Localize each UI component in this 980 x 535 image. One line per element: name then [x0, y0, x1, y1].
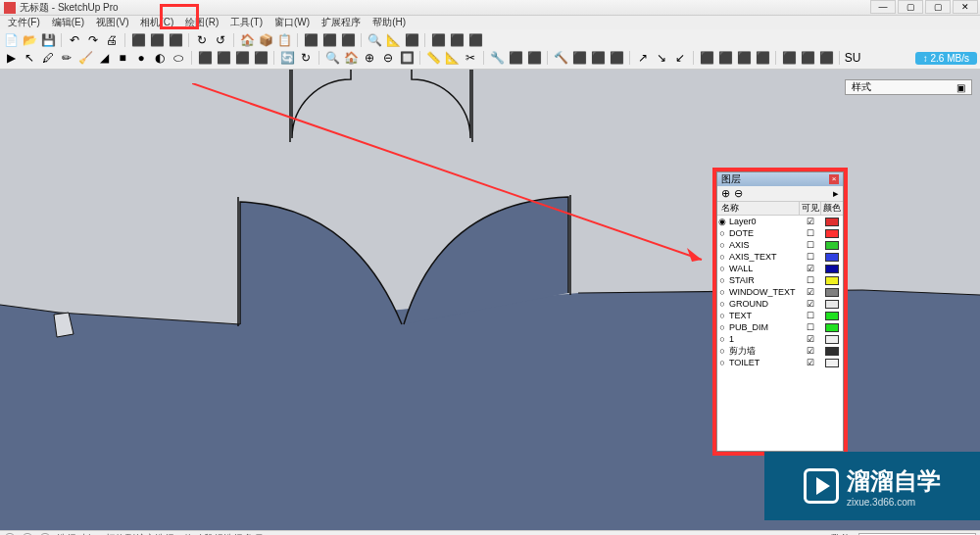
toolbar-button[interactable]: ⬛ — [340, 32, 356, 48]
close-button[interactable]: ✕ — [953, 0, 978, 14]
layer-radio[interactable]: ○ — [717, 334, 727, 344]
toolbar-button[interactable]: 🔄 — [279, 50, 295, 66]
toolbar-button[interactable]: ⊕ — [362, 50, 377, 66]
layer-color-swatch[interactable] — [825, 241, 839, 250]
toolbar-button[interactable]: 🔲 — [399, 50, 415, 66]
layer-row[interactable]: ○STAIR☐ — [717, 274, 843, 286]
layer-radio[interactable]: ○ — [717, 252, 727, 262]
toolbar-button[interactable]: ◐ — [152, 50, 168, 66]
toolbar-button[interactable]: ⬛ — [755, 50, 770, 66]
layer-radio[interactable]: ○ — [717, 240, 727, 250]
toolbar-button[interactable]: 🔍 — [324, 50, 340, 66]
toolbar-button[interactable]: ⬛ — [449, 32, 465, 48]
toolbar-button[interactable]: 📋 — [276, 32, 292, 48]
toolbar-button[interactable]: ⬛ — [590, 50, 606, 66]
toolbar-button[interactable]: ↻ — [298, 50, 314, 66]
toolbar-button[interactable]: 🏠 — [343, 50, 359, 66]
layer-row[interactable]: ○TEXT☐ — [717, 310, 843, 321]
layer-visible-checkbox[interactable]: ☑ — [800, 358, 821, 367]
layer-visible-checkbox[interactable]: ☐ — [800, 252, 821, 262]
layer-row[interactable]: ○TOILET☑ — [717, 357, 843, 368]
toolbar-button[interactable]: ⬛ — [130, 32, 146, 48]
toolbar-button[interactable]: ⬛ — [699, 50, 714, 66]
menu-edit[interactable]: 编辑(E) — [46, 16, 90, 29]
toolbar-button[interactable]: ↷ — [85, 32, 101, 48]
toolbar-button[interactable]: ↺ — [213, 32, 228, 48]
toolbar-button[interactable]: ⬛ — [818, 50, 834, 66]
layer-row[interactable]: ◉Layer0☑ — [717, 216, 843, 227]
layer-visible-checkbox[interactable]: ☑ — [800, 299, 821, 309]
toolbar-button[interactable]: 📏 — [425, 50, 441, 66]
toolbar-button[interactable]: 💾 — [40, 32, 56, 48]
layer-row[interactable]: ○DOTE☐ — [717, 227, 843, 239]
menu-extensions[interactable]: 扩展程序 — [316, 16, 367, 29]
col-visible[interactable]: 可见 — [800, 202, 821, 215]
layer-radio[interactable]: ○ — [717, 228, 727, 238]
layer-radio[interactable]: ◉ — [717, 217, 727, 226]
toolbar-button[interactable]: ⬛ — [526, 50, 542, 66]
layer-radio[interactable]: ○ — [717, 299, 727, 309]
toolbar-button[interactable]: 📂 — [22, 32, 37, 48]
maximize-button[interactable]: ▢ — [925, 0, 951, 14]
toolbar-button[interactable]: 📦 — [258, 32, 273, 48]
toolbar-button[interactable]: ⬭ — [171, 50, 186, 66]
layer-radio[interactable]: ○ — [717, 311, 727, 320]
toolbar-button[interactable]: ↻ — [194, 32, 210, 48]
speed-badge[interactable]: ↕ 2.6 MB/s — [915, 52, 977, 65]
toolbar-button[interactable]: ⬛ — [609, 50, 624, 66]
layer-color-swatch[interactable] — [825, 253, 839, 262]
toolbar-button[interactable]: ↙ — [672, 50, 688, 66]
toolbar-button[interactable]: ⬛ — [781, 50, 797, 66]
layer-visible-checkbox[interactable]: ☐ — [800, 275, 821, 285]
panel-close-button[interactable]: × — [829, 174, 839, 184]
layer-visible-checkbox[interactable]: ☑ — [800, 334, 821, 344]
toolbar-button[interactable]: 📄 — [3, 32, 19, 48]
menu-file[interactable]: 文件(F) — [2, 16, 46, 29]
layer-row[interactable]: ○剪力墙☑ — [717, 345, 843, 357]
toolbar-button[interactable]: ⬛ — [717, 50, 733, 66]
toolbar-button[interactable]: ⬛ — [234, 50, 250, 66]
toolbar-button[interactable]: ⊖ — [380, 50, 396, 66]
add-layer-icon[interactable]: ⊕ — [721, 187, 730, 200]
toolbar-button[interactable]: ✏ — [59, 50, 74, 66]
toolbar-button[interactable]: ⬛ — [736, 50, 752, 66]
toolbar-button[interactable]: ↶ — [67, 32, 82, 48]
toolbar-button[interactable]: ⬛ — [303, 32, 318, 48]
menu-window[interactable]: 窗口(W) — [269, 16, 316, 29]
toolbar-button[interactable]: ▶ — [3, 50, 19, 66]
toolbar-button[interactable]: ◢ — [96, 50, 112, 66]
toolbar-button[interactable]: ↗ — [635, 50, 651, 66]
layer-visible-checkbox[interactable]: ☑ — [800, 264, 821, 273]
toolbar-button[interactable]: 🔧 — [489, 50, 505, 66]
toolbar-button[interactable]: ⬛ — [197, 50, 213, 66]
toolbar-button[interactable]: ⬛ — [404, 32, 419, 48]
layer-row[interactable]: ○1☑ — [717, 333, 843, 345]
layer-row[interactable]: ○WINDOW_TEXT☑ — [717, 286, 843, 298]
layer-color-swatch[interactable] — [825, 288, 839, 297]
layer-color-swatch[interactable] — [825, 312, 839, 320]
toolbar-button[interactable]: 📐 — [444, 50, 460, 66]
toolbar-button[interactable]: ⬛ — [253, 50, 269, 66]
menu-view[interactable]: 视图(V) — [90, 16, 134, 29]
layer-color-swatch[interactable] — [825, 276, 839, 285]
layer-visible-checkbox[interactable]: ☑ — [800, 217, 821, 226]
layer-visible-checkbox[interactable]: ☐ — [800, 240, 821, 250]
toolbar-button[interactable]: SU — [845, 50, 860, 66]
layer-color-swatch[interactable] — [825, 265, 839, 273]
toolbar-button[interactable]: ⬛ — [168, 32, 183, 48]
layer-color-swatch[interactable] — [825, 218, 839, 226]
col-name[interactable]: 名称 — [717, 202, 800, 215]
minimize-button[interactable]: — — [870, 0, 896, 14]
panel-menu-icon[interactable]: ▸ — [833, 187, 839, 200]
layer-color-swatch[interactable] — [825, 347, 839, 356]
toolbar-button[interactable]: ● — [133, 50, 149, 66]
toolbar-button[interactable]: ■ — [115, 50, 130, 66]
toolbar-button[interactable]: ⬛ — [467, 32, 483, 48]
toolbar-button[interactable]: ⬛ — [321, 32, 337, 48]
layer-radio[interactable]: ○ — [717, 287, 727, 297]
layer-row[interactable]: ○GROUND☑ — [717, 298, 843, 310]
layer-visible-checkbox[interactable]: ☐ — [800, 311, 821, 320]
layer-color-swatch[interactable] — [825, 335, 839, 344]
toolbar-button[interactable]: ✂ — [463, 50, 478, 66]
layer-row[interactable]: ○WALL☑ — [717, 263, 843, 274]
